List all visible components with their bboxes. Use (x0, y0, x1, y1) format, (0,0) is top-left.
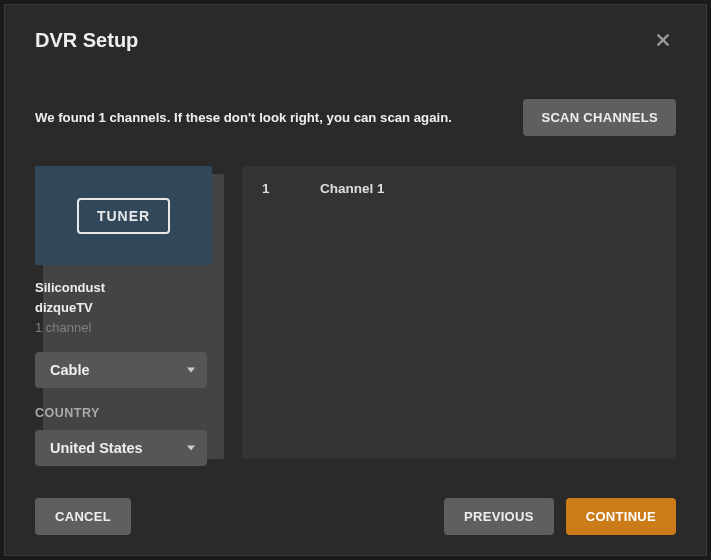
scan-channels-button[interactable]: SCAN CHANNELS (523, 99, 676, 136)
tuner-name: dizqueTV (35, 298, 216, 318)
previous-button[interactable]: PREVIOUS (444, 498, 554, 535)
tuner-brand: Silicondust (35, 278, 216, 298)
tuner-card[interactable]: TUNER (35, 166, 212, 265)
signal-type-select[interactable]: Cable (35, 352, 207, 388)
modal-footer: CANCEL PREVIOUS CONTINUE (5, 478, 706, 555)
dvr-setup-modal: DVR Setup We found 1 channels. If these … (4, 4, 707, 556)
country-select-wrapper: United States (35, 430, 216, 466)
country-value: United States (50, 440, 143, 456)
close-icon (654, 31, 672, 49)
continue-button[interactable]: CONTINUE (566, 498, 676, 535)
channel-row[interactable]: 1 Channel 1 (242, 166, 676, 211)
signal-type-value: Cable (50, 362, 90, 378)
modal-body: We found 1 channels. If these don't look… (5, 53, 706, 478)
signal-select-wrapper: Cable (35, 352, 216, 388)
chevron-down-icon (187, 368, 195, 373)
info-row: We found 1 channels. If these don't look… (35, 99, 676, 136)
tuner-info: Silicondust dizqueTV 1 channel (35, 278, 216, 338)
footer-right: PREVIOUS CONTINUE (444, 498, 676, 535)
channels-found-text: We found 1 channels. If these don't look… (35, 110, 452, 125)
modal-header: DVR Setup (5, 5, 706, 53)
country-select[interactable]: United States (35, 430, 207, 466)
tuner-panel: TUNER Silicondust dizqueTV 1 channel Cab… (35, 166, 216, 478)
cancel-button[interactable]: CANCEL (35, 498, 131, 535)
close-button[interactable] (650, 27, 676, 53)
modal-title: DVR Setup (35, 29, 138, 52)
tuner-channel-count: 1 channel (35, 318, 216, 338)
tuner-badge: TUNER (77, 198, 170, 234)
channel-number: 1 (262, 181, 320, 196)
channel-list: 1 Channel 1 (242, 166, 676, 459)
content-row: TUNER Silicondust dizqueTV 1 channel Cab… (35, 166, 676, 478)
country-label: COUNTRY (35, 406, 216, 420)
channel-name: Channel 1 (320, 181, 656, 196)
chevron-down-icon (187, 446, 195, 451)
